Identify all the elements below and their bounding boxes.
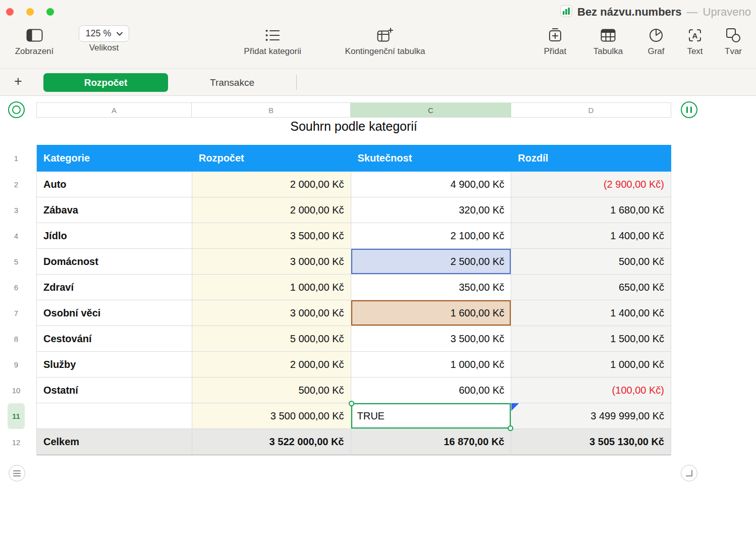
row-header-10[interactable]: 10 <box>8 378 25 403</box>
add-category-button[interactable]: Přidat kategorii <box>231 25 314 57</box>
add-sheet-button[interactable]: + <box>14 73 22 90</box>
cell-C4[interactable]: 2 100,00 Kč <box>351 223 512 249</box>
row-header-3[interactable]: 3 <box>8 197 25 223</box>
text-button[interactable]: A Text <box>677 25 713 57</box>
row-header-7[interactable]: 7 <box>8 300 25 326</box>
add-row-button[interactable] <box>9 465 25 481</box>
cell-C6[interactable]: 350,00 Kč <box>351 275 512 300</box>
table-row: 3 500 000,00 Kč TRUE 3 499 999,00 Kč <box>37 403 671 429</box>
cell-D7[interactable]: 1 400,00 Kč <box>511 300 671 326</box>
header-rozdil[interactable]: Rozdíl <box>511 145 671 172</box>
cell-C2[interactable]: 4 900,00 Kč <box>351 172 512 197</box>
insert-button[interactable]: Přidat <box>534 25 576 57</box>
cell-A10[interactable]: Ostatní <box>37 378 192 403</box>
cell-D11[interactable]: 3 499 999,00 Kč <box>511 403 671 429</box>
tab-divider <box>296 75 297 90</box>
row-header-2[interactable]: 2 <box>8 172 25 197</box>
shape-button[interactable]: Tvar <box>716 25 751 57</box>
zoom-control[interactable]: 125 % <box>79 25 129 42</box>
cell-A8[interactable]: Cestování <box>37 326 192 352</box>
close-button[interactable] <box>6 8 14 16</box>
cell-B8[interactable]: 5 000,00 Kč <box>192 326 351 352</box>
row-header-9[interactable]: 9 <box>8 352 25 378</box>
cell-A12[interactable]: Celkem <box>37 429 192 455</box>
cell-D2[interactable]: (2 900,00 Kč) <box>511 172 671 197</box>
cell-C8[interactable]: 3 500,00 Kč <box>351 326 512 352</box>
category-list-icon <box>265 25 280 45</box>
numbers-doc-icon <box>560 5 572 19</box>
row-header-12[interactable]: 12 <box>8 429 25 455</box>
cell-B9[interactable]: 2 000,00 Kč <box>192 352 351 378</box>
cell-B7[interactable]: 3 000,00 Kč <box>192 300 351 326</box>
table-button[interactable]: Tabulka <box>584 25 632 57</box>
cell-D8[interactable]: 1 500,00 Kč <box>511 326 671 352</box>
row-header-4[interactable]: 4 <box>8 223 25 249</box>
cell-D10[interactable]: (100,00 Kč) <box>511 378 671 403</box>
table-row: Cestování 5 000,00 Kč 3 500,00 Kč 1 500,… <box>37 326 671 352</box>
cell-A11[interactable] <box>37 403 192 429</box>
cell-A9[interactable]: Služby <box>37 352 192 378</box>
shape-label: Tvar <box>725 46 742 57</box>
selection-handle-top-left[interactable] <box>349 401 354 406</box>
cell-A2[interactable]: Auto <box>37 172 192 197</box>
cell-A3[interactable]: Zábava <box>37 197 192 223</box>
table-handle-button[interactable] <box>8 101 25 118</box>
corner-resize-icon <box>684 468 694 478</box>
tab-transakce[interactable]: Transakce <box>182 73 283 92</box>
tab-rozpocet[interactable]: Rozpočet <box>43 73 168 92</box>
cell-B6[interactable]: 1 000,00 Kč <box>192 275 351 300</box>
cell-B10[interactable]: 500,00 Kč <box>192 378 351 403</box>
cell-A7[interactable]: Osobní věci <box>37 300 192 326</box>
column-header-d[interactable]: D <box>511 103 671 117</box>
pivot-table-button[interactable]: Kontingenční tabulka <box>330 25 441 57</box>
row-header-8[interactable]: 8 <box>8 326 25 352</box>
column-header-b[interactable]: B <box>192 103 351 117</box>
cell-B11[interactable]: 3 500 000,00 Kč <box>192 403 351 429</box>
cell-D3[interactable]: 1 680,00 Kč <box>511 197 671 223</box>
cell-D4[interactable]: 1 400,00 Kč <box>511 223 671 249</box>
minimize-button[interactable] <box>26 8 34 16</box>
cell-D5[interactable]: 500,00 Kč <box>511 249 671 275</box>
cell-B12[interactable]: 3 522 000,00 Kč <box>192 429 351 455</box>
table-header-row: Kategorie Rozpočet Skutečnost Rozdíl <box>37 145 671 172</box>
header-kategorie[interactable]: Kategorie <box>37 145 192 172</box>
cell-C7-highlighted[interactable]: 1 600,00 Kč <box>351 300 512 326</box>
cell-B5[interactable]: 3 000,00 Kč <box>192 249 351 275</box>
table-resize-handle[interactable] <box>681 465 697 481</box>
text-label: Text <box>687 46 703 57</box>
chart-button[interactable]: Graf <box>638 25 674 57</box>
fullscreen-button[interactable] <box>46 8 54 16</box>
row-header-1[interactable]: 1 <box>8 145 25 172</box>
comment-flag-icon <box>511 403 519 411</box>
row-header-6[interactable]: 6 <box>8 275 25 300</box>
cell-C9[interactable]: 1 000,00 Kč <box>351 352 512 378</box>
row-header-5[interactable]: 5 <box>8 249 25 275</box>
add-column-button[interactable] <box>681 101 697 118</box>
cell-A5[interactable]: Domácnost <box>37 249 192 275</box>
cell-C10[interactable]: 600,00 Kč <box>351 378 512 403</box>
cell-D6[interactable]: 650,00 Kč <box>511 275 671 300</box>
cell-B3[interactable]: 2 000,00 Kč <box>192 197 351 223</box>
sidebar-icon <box>26 25 43 45</box>
table-title[interactable]: Souhrn podle kategorií <box>36 119 671 134</box>
cell-C12[interactable]: 16 870,00 Kč <box>351 429 512 455</box>
cell-C5-highlighted[interactable]: 2 500,00 Kč <box>351 249 512 275</box>
view-button[interactable]: Zobrazení <box>7 25 62 57</box>
cell-B2[interactable]: 2 000,00 Kč <box>192 172 351 197</box>
table-row: Osobní věci 3 000,00 Kč 1 600,00 Kč 1 40… <box>37 300 671 326</box>
cell-A4[interactable]: Jídlo <box>37 223 192 249</box>
column-header-a[interactable]: A <box>36 103 192 117</box>
chart-label: Graf <box>647 46 664 57</box>
table-footer-row: Celkem 3 522 000,00 Kč 16 870,00 Kč 3 50… <box>37 429 671 455</box>
cell-C3[interactable]: 320,00 Kč <box>351 197 512 223</box>
cell-D12[interactable]: 3 505 130,00 Kč <box>511 429 671 455</box>
column-header-c[interactable]: C <box>351 103 511 117</box>
row-header-11[interactable]: 11 <box>8 403 25 429</box>
cell-A6[interactable]: Zdraví <box>37 275 192 300</box>
cell-C11-selected[interactable]: TRUE <box>351 403 512 429</box>
cell-B4[interactable]: 3 500,00 Kč <box>192 223 351 249</box>
cell-D9[interactable]: 1 000,00 Kč <box>511 352 671 378</box>
header-skutecnost[interactable]: Skutečnost <box>351 145 512 172</box>
header-rozpocet[interactable]: Rozpočet <box>192 145 351 172</box>
budget-summary-table: Kategorie Rozpočet Skutečnost Rozdíl Aut… <box>36 145 671 455</box>
